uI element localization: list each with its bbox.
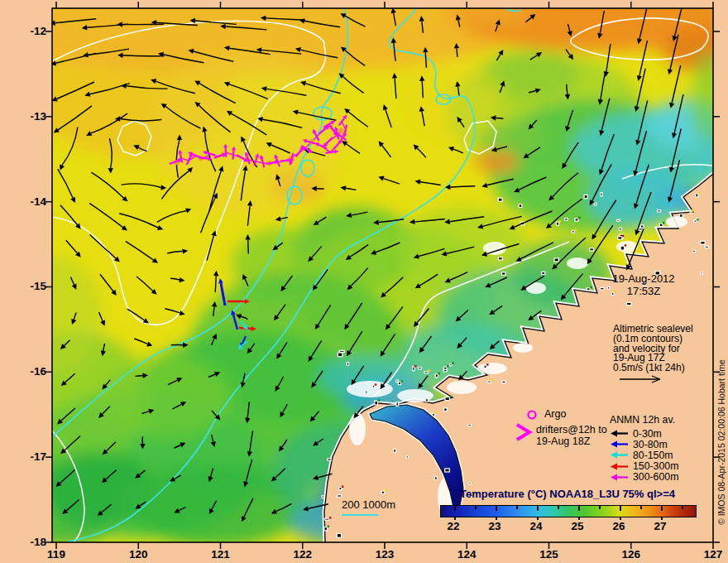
copyright-vertical-text: © IMOS 08-Apr-2015 02:00:06 Hobart time xyxy=(716,359,726,525)
island-speckle xyxy=(381,491,385,493)
anmn-legend-title: ANMN 12h av. xyxy=(610,414,678,426)
anmn-legend-rows: 0-30m30-80m80-150m150-300m300-600m xyxy=(610,428,678,483)
coastal-dot xyxy=(328,526,330,528)
coastal-dot xyxy=(486,363,489,366)
coastal-dot xyxy=(414,365,417,368)
coastal-dot xyxy=(449,396,452,398)
anmn-legend-item: 80-150m xyxy=(610,450,678,460)
depth-arrow-icon xyxy=(610,473,630,482)
temperature-colorbar xyxy=(440,505,697,517)
island-speckle xyxy=(554,258,558,262)
island-speckle xyxy=(619,228,621,230)
lat-axis-label: -12 xyxy=(13,25,46,37)
sst-map-page: 19-Aug-2012 17:53Z Altimetric sealevel(0… xyxy=(0,0,728,563)
island-speckle xyxy=(620,246,625,250)
island-speckle xyxy=(445,397,450,401)
timestamp-annotation: 19-Aug-2012 17:53Z xyxy=(589,272,698,297)
island-speckle xyxy=(640,225,644,228)
current-vector-arrow xyxy=(136,376,143,377)
lon-axis-label: 126 xyxy=(613,548,649,561)
colorbar-title: Temperature (°C) NOAA18_L3U 75% ql>=4 xyxy=(430,488,705,500)
drifter-legend-line: drifters@12h to xyxy=(536,425,607,436)
colorbar-tick xyxy=(454,506,456,511)
island-speckle xyxy=(434,477,437,480)
depth-range-label: 30-80m xyxy=(633,439,668,450)
island-speckle xyxy=(468,425,472,426)
lon-axis-label: 121 xyxy=(203,548,239,561)
island-speckle xyxy=(498,198,502,201)
island-speckle xyxy=(338,495,342,498)
lat-axis-label: -16 xyxy=(13,365,46,378)
island-speckle xyxy=(337,533,341,537)
island-speckle xyxy=(443,369,447,372)
coastal-dot xyxy=(378,399,381,402)
isobath-legend-label: 200 1000m xyxy=(342,498,395,511)
colorbar-minor-tick xyxy=(558,506,559,509)
anmn-legend: ANMN 12h av. 0-30m30-80m80-150m150-300m3… xyxy=(610,414,678,483)
isobath-legend-line xyxy=(342,514,378,516)
island-speckle xyxy=(398,382,400,384)
island-speckle xyxy=(594,203,596,205)
island-speckle xyxy=(519,205,522,208)
island-speckle xyxy=(679,214,682,218)
island-speckle xyxy=(705,246,709,248)
coastal-dot xyxy=(697,219,699,221)
coastal-dot xyxy=(578,217,581,219)
island-speckle xyxy=(469,483,471,484)
lat-axis-label: -15 xyxy=(13,280,46,292)
depth-arrow-icon xyxy=(610,450,630,460)
island-speckle xyxy=(424,372,428,373)
coastal-dot xyxy=(438,373,440,375)
colorbar-tick xyxy=(537,506,539,511)
coastal-dot xyxy=(401,380,404,383)
coastal-dot xyxy=(698,192,701,195)
island-speckle xyxy=(396,402,399,407)
drifter-arrow xyxy=(199,157,208,158)
cloud-patch xyxy=(477,363,507,374)
island-speckle xyxy=(366,390,367,394)
altimetric-note: Altimetric sealevel(0.1m contours)and ve… xyxy=(613,325,717,373)
depth-range-label: 300-600m xyxy=(633,471,678,483)
lon-axis-label: 125 xyxy=(531,548,568,561)
island-speckle xyxy=(556,222,558,225)
lon-axis-label: 127 xyxy=(695,548,728,561)
colorbar-minor-tick xyxy=(599,506,601,509)
anmn-legend-item: 300-600m xyxy=(610,472,678,483)
velocity-scale-arrow-icon xyxy=(618,374,664,384)
coastal-dot xyxy=(329,517,332,519)
depth-arrow-icon xyxy=(610,440,630,449)
cloud-patch xyxy=(567,257,588,269)
coastal-dot xyxy=(663,222,665,224)
island-speckle xyxy=(572,230,574,233)
drifter-fix-dot xyxy=(338,128,343,133)
island-speckle xyxy=(444,408,448,411)
island-speckle xyxy=(701,241,705,244)
anmn-legend-item: 150-300m xyxy=(610,461,678,472)
colorbar-value-label: 23 xyxy=(482,520,507,532)
coastal-dot xyxy=(558,220,561,223)
colorbar-tick xyxy=(661,506,663,511)
sst-blob xyxy=(473,152,520,171)
island-speckle xyxy=(324,527,328,531)
coastal-dot xyxy=(623,233,625,235)
island-speckle xyxy=(659,224,663,227)
lat-axis-label: -14 xyxy=(13,195,46,208)
coastal-dot xyxy=(385,489,387,492)
depth-arrow-icon xyxy=(610,429,630,438)
lon-axis-label: 119 xyxy=(38,548,74,561)
island-speckle xyxy=(488,381,491,383)
colorbar-minor-tick xyxy=(516,506,518,509)
island-speckle xyxy=(445,469,450,472)
time-text: 17:53Z xyxy=(589,285,698,297)
island-speckle xyxy=(425,399,428,402)
lon-axis-label: 120 xyxy=(120,548,156,561)
colorbar-value-label: 25 xyxy=(565,520,590,532)
coastal-dot xyxy=(692,209,694,212)
island-speckle xyxy=(339,488,342,490)
island-speckle xyxy=(584,195,587,198)
colorbar-minor-tick xyxy=(475,506,477,509)
cloud-patch xyxy=(513,343,533,353)
island-speckle xyxy=(449,364,452,366)
anmn-legend-item: 0-30m xyxy=(610,428,678,439)
island-speckle xyxy=(498,257,502,260)
